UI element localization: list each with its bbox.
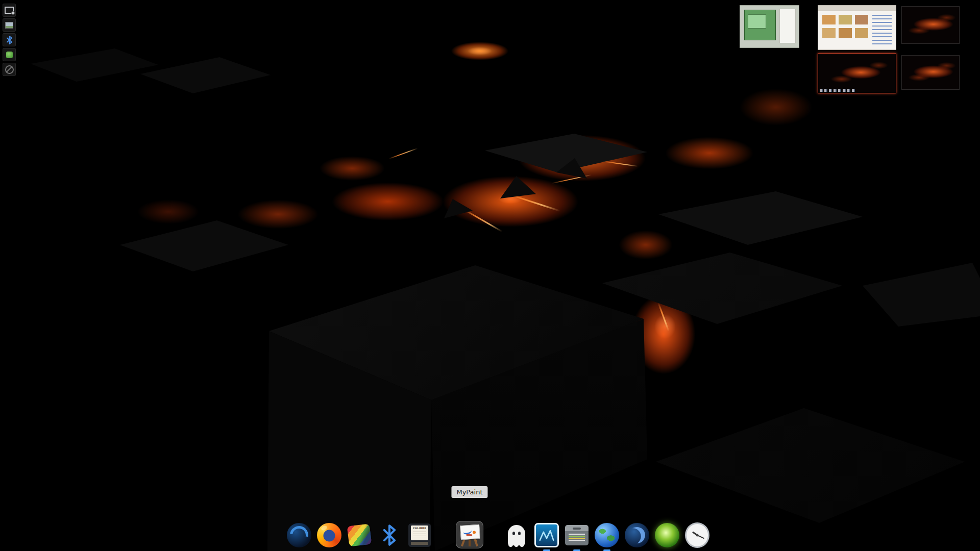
thumbnail-document bbox=[779, 9, 796, 43]
dock-item-photos[interactable] bbox=[346, 522, 373, 548]
thumbnail-image bbox=[839, 15, 852, 24]
calibre-screen: CALIBRE bbox=[411, 525, 428, 540]
paint-stroke bbox=[466, 534, 472, 536]
dock-item-clock[interactable] bbox=[684, 522, 710, 548]
mypaint-icon bbox=[457, 522, 482, 547]
dock-item-blue-orb[interactable] bbox=[624, 522, 650, 548]
dock-item-calibre[interactable]: CALIBRE bbox=[406, 522, 433, 548]
status-panel bbox=[3, 4, 16, 76]
system-monitor-icon bbox=[534, 523, 559, 547]
calibre-label: CALIBRE bbox=[411, 527, 428, 530]
dock-item-archive-manager[interactable] bbox=[564, 522, 590, 548]
dock-item-ghost-app[interactable] bbox=[503, 522, 530, 548]
thumbnail-window bbox=[744, 10, 776, 40]
workspace-thumbnail-browser[interactable] bbox=[818, 5, 896, 50]
image-viewer-icon[interactable] bbox=[3, 18, 16, 32]
clock-center bbox=[696, 534, 699, 537]
ghost-app-icon bbox=[508, 525, 525, 545]
paint-stroke bbox=[473, 531, 476, 534]
clock-icon bbox=[685, 522, 709, 548]
disabled-glyph bbox=[5, 65, 14, 74]
display-glyph bbox=[5, 7, 14, 14]
thumbnail-image bbox=[855, 15, 868, 24]
calibre-icon: CALIBRE bbox=[408, 523, 431, 547]
blue-swirl-browser-icon bbox=[287, 523, 311, 547]
workspace-thumbnail-desktop-2[interactable] bbox=[901, 55, 960, 90]
network-disabled-icon[interactable] bbox=[3, 63, 16, 76]
thumbnail-image bbox=[822, 15, 836, 24]
thumbnail-text-lines bbox=[872, 15, 892, 44]
bluetooth-glyph bbox=[6, 36, 13, 44]
software-update-icon[interactable] bbox=[3, 48, 16, 61]
ghost-foot bbox=[514, 542, 519, 547]
archive-manager-icon bbox=[565, 525, 589, 545]
ghost-foot bbox=[508, 542, 513, 547]
picture-glyph bbox=[5, 22, 13, 29]
workspace-thumbnail-desktop-1[interactable] bbox=[901, 6, 960, 44]
green-orb-app-icon bbox=[655, 523, 679, 547]
calibre-text-lines bbox=[413, 532, 426, 539]
firefox-icon bbox=[317, 523, 341, 547]
photos-rainbow-icon bbox=[347, 523, 372, 546]
archive-stripes bbox=[569, 534, 585, 541]
bluetooth-icon bbox=[377, 523, 402, 547]
dock-item-blue-swirl-browser[interactable] bbox=[286, 522, 312, 548]
easel-canvas bbox=[460, 524, 480, 540]
workspace-thumbnail-green-window[interactable] bbox=[740, 5, 799, 48]
green-glyph bbox=[6, 52, 13, 58]
ghost-foot bbox=[520, 542, 524, 547]
thumbnail-image bbox=[855, 28, 868, 38]
dock-item-mypaint[interactable]: MyPaint bbox=[456, 521, 483, 548]
dock-item-firefox[interactable] bbox=[316, 522, 342, 548]
workspace-thumbnail-active[interactable] bbox=[818, 53, 896, 93]
dock-item-bluetooth[interactable] bbox=[376, 522, 403, 548]
thumbnail-taskbar bbox=[820, 89, 856, 92]
screenshot-tool-icon[interactable] bbox=[3, 4, 16, 17]
desktop: CALIBRE MyPaint bbox=[0, 0, 980, 551]
dock: CALIBRE MyPaint bbox=[286, 521, 710, 548]
calibre-base bbox=[411, 542, 428, 545]
dock-item-system-monitor[interactable] bbox=[533, 522, 560, 548]
web-globe-icon bbox=[595, 523, 619, 547]
blue-orb-app-icon bbox=[625, 523, 649, 547]
dock-item-web-globe[interactable] bbox=[594, 522, 620, 548]
thumbnail-toolbar bbox=[818, 6, 896, 11]
thumbnail-image bbox=[822, 28, 836, 38]
mypaint-tooltip: MyPaint bbox=[451, 486, 487, 498]
dock-item-green-orb[interactable] bbox=[654, 522, 680, 548]
thumbnail-image bbox=[839, 28, 852, 38]
bluetooth-icon[interactable] bbox=[3, 33, 16, 46]
easel-leg bbox=[469, 538, 471, 546]
